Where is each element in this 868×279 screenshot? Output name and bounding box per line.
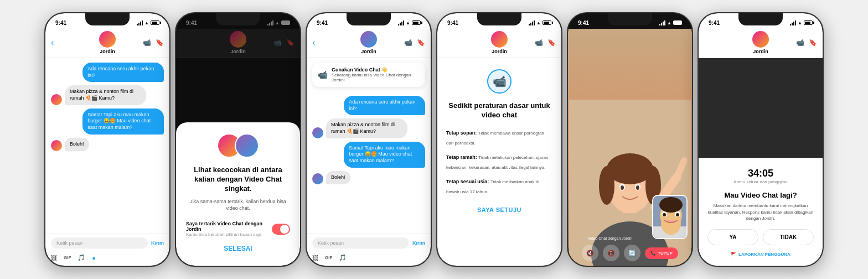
wifi-icon-5: ▲	[667, 20, 671, 25]
phone-6: 9:41 ▲ Jordin 📹 🔖	[698, 12, 824, 267]
sheet-toggle-row-2: Saya tertarik Video Chat dengan Jordin K…	[186, 221, 290, 237]
status-icons-6: ▲	[790, 20, 813, 25]
photo-icon-1[interactable]: 🖼	[51, 255, 57, 261]
battery-icon-3	[412, 20, 421, 25]
sheet-avatars-2	[186, 133, 290, 158]
circle-icon-1[interactable]: ●	[92, 255, 96, 261]
message-4-wrap: Boleh!	[51, 138, 164, 151]
svg-point-9	[621, 185, 624, 190]
banner-title-3: Gunakan Video Chat 👋	[332, 67, 420, 73]
banner-video-icon-3: 📹	[318, 70, 327, 79]
phone-5: 9:41 ▲	[567, 12, 693, 267]
rule-item-4-1: Tetap sopan: Tidak membawa unsur pornogr…	[446, 127, 552, 147]
avatar-4	[491, 31, 508, 48]
gif-icon-1[interactable]: GIF	[64, 255, 71, 260]
time-4: 9:41	[447, 20, 458, 26]
sheet-desc-2: Jika sama-sama tertarik, kalian berdua b…	[186, 198, 290, 212]
toggle-label-2: Saya tertarik Video Chat dengan Jordin	[186, 221, 272, 232]
wifi-icon-1: ▲	[144, 20, 149, 25]
notch-2	[216, 13, 260, 25]
message-2-wrap: Makan pizza & nonton film di rumah 🍕🎬 Ka…	[51, 85, 164, 105]
bookmark-icon-6[interactable]: 🔖	[809, 39, 817, 46]
rules-camera-icon-4: 📹	[487, 69, 512, 94]
chat-input-bar-3: Ketik pesan Kirim	[307, 234, 431, 252]
gif-icon-3[interactable]: GIF	[325, 255, 332, 260]
video-icon-6[interactable]: 📹	[796, 39, 804, 46]
flag-icon-6: 🚩	[731, 252, 736, 257]
message-3-2-wrap: Makan pizza & nonton film di rumah 🍕🎬 Ka…	[312, 118, 425, 138]
bookmark-icon-1[interactable]: 🔖	[156, 39, 164, 46]
toggle-knob-2	[280, 225, 289, 234]
msg-avatar-3-2	[312, 127, 323, 138]
message-1: Ada rencana seru akhir pekan ini?	[82, 63, 164, 82]
message-3-3: Sama! Tapi aku mau makan burger 😅🍔 Mau v…	[344, 142, 425, 168]
status-icons-1: ▲	[137, 20, 159, 25]
end-call-button-5[interactable]: 📞 TUTUP	[645, 247, 678, 259]
chat-header-3: ‹ Jordin 📹 🔖	[307, 29, 431, 58]
sheet-avatar-match-2	[235, 133, 259, 158]
done-button-2[interactable]: SELESAI	[186, 245, 290, 252]
avatar-6	[752, 31, 769, 48]
no-button-6[interactable]: TIDAK	[763, 229, 814, 245]
back-button-3[interactable]: ‹	[312, 38, 315, 48]
status-icons-4: ▲	[529, 20, 551, 25]
message-3-1: Ada rencana seru akhir pekan ini?	[344, 96, 425, 115]
notch-1	[85, 13, 130, 25]
flip-button-5[interactable]: 🔄	[624, 245, 640, 261]
music-icon-1[interactable]: 🎵	[78, 254, 85, 261]
wifi-icon-4: ▲	[536, 20, 541, 25]
chat-messages-3: Ada rencana seru akhir pekan ini? Makan …	[307, 91, 431, 234]
avatar-wrap-3: Jordin	[360, 31, 377, 54]
rules-title-4: Sedikit peraturan dasar untuk video chat	[446, 101, 552, 120]
svg-point-5	[599, 166, 614, 205]
report-button-6[interactable]: LAPORKAN PENGGUNA	[738, 252, 790, 257]
send-button-1[interactable]: Kirim	[151, 240, 164, 246]
message-3-4: Boleh!	[326, 171, 350, 184]
bookmark-icon-3[interactable]: 🔖	[417, 39, 425, 46]
sheet-title-2: Lihat kecocokan di antara kalian dengan …	[186, 166, 290, 194]
video-banner-text-3: Gunakan Video Chat 👋 Sekarang kamu bisa …	[332, 67, 420, 82]
signal-icon-6	[790, 20, 796, 25]
chat-input-bar-1: Ketik pesan Kirim	[45, 234, 169, 252]
sheet-content-2: Lihat kecocokan di antara kalian dengan …	[176, 122, 300, 266]
rule-item-4-2: Tetap ramah: Tidak melakukan pelecehan, …	[446, 151, 552, 171]
video-call-label-5: Video Chat dengan Jordin	[568, 236, 652, 240]
overlay-sheet-2: Lihat kecocokan di antara kalian dengan …	[176, 13, 300, 266]
video-icon-4[interactable]: 📹	[535, 39, 543, 46]
message-input-1[interactable]: Ketik pesan	[51, 237, 148, 249]
back-button-1[interactable]: ‹	[51, 38, 54, 48]
rules-screen-4: 📹 Sedikit peraturan dasar untuk video ch…	[437, 58, 561, 266]
call-duration-6: 34:05	[707, 168, 814, 179]
yes-button-6[interactable]: YA	[707, 229, 758, 245]
video-chat-toggle-2[interactable]	[272, 224, 290, 235]
call-duration-label-6: Kamu keluar dari panggilan	[707, 179, 814, 184]
mute-button-5[interactable]: 🔇	[582, 245, 598, 261]
username-6: Jordin	[753, 49, 768, 54]
signal-icon-5	[659, 20, 665, 25]
signal-icon-4	[529, 20, 535, 25]
phone-4: 9:41 ▲ Jordin 📹 🔖	[436, 12, 562, 267]
send-button-3[interactable]: Kirim	[412, 240, 425, 246]
video-icon-1[interactable]: 📹	[143, 39, 151, 46]
video-off-button-5[interactable]: 📵	[603, 245, 619, 261]
username-3: Jordin	[361, 49, 376, 54]
message-3: Sama! Tapi aku mau makan burger 😅🍔 Mau v…	[82, 108, 164, 135]
message-input-3[interactable]: Ketik pesan	[312, 237, 409, 249]
bookmark-icon-4[interactable]: 🔖	[547, 39, 556, 46]
avatar-wrap-1: Jordin	[99, 31, 116, 54]
rule-heading-4-2: Tetap ramah:	[446, 154, 478, 160]
agree-button-4[interactable]: SAYA SETUJU	[446, 206, 552, 213]
msg-avatar-3-4	[312, 173, 323, 184]
chat-toolbar-1: 🖼 GIF 🎵 ●	[45, 252, 169, 266]
video-icon-3[interactable]: 📹	[404, 39, 412, 46]
chat-header-1: ‹ Jordin 📹 🔖	[45, 29, 169, 58]
music-icon-3[interactable]: 🎵	[339, 254, 347, 261]
postcall-title-6: Mau Video Chat lagi?	[707, 191, 814, 199]
notch-5	[608, 13, 652, 25]
svg-point-17	[659, 197, 683, 213]
wifi-icon-6: ▲	[798, 20, 802, 25]
notch-4	[477, 13, 521, 25]
svg-point-10	[636, 185, 639, 190]
photo-icon-3[interactable]: 🖼	[312, 255, 318, 261]
postcall-buttons-6: YA TIDAK	[707, 229, 814, 245]
